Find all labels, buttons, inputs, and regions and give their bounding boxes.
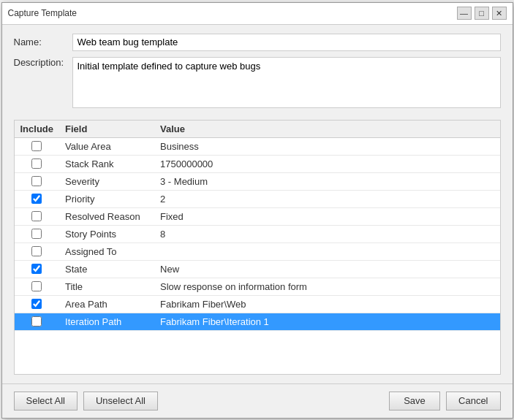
value-cell: 2 xyxy=(154,190,499,207)
value-cell: 1750000000 xyxy=(154,155,499,172)
include-checkbox[interactable] xyxy=(31,194,42,204)
table-header-row: Include Field Value xyxy=(15,121,500,138)
minimize-button[interactable]: — xyxy=(457,7,472,20)
include-cell xyxy=(15,313,60,330)
table-body: Value AreaBusinessStack Rank1750000000Se… xyxy=(15,137,500,330)
include-cell xyxy=(15,260,60,278)
title-bar-buttons: — □ ✕ xyxy=(457,7,507,20)
window-title: Capture Template xyxy=(8,8,78,18)
include-cell xyxy=(15,190,60,207)
include-cell xyxy=(15,225,60,243)
include-checkbox[interactable] xyxy=(31,159,42,169)
field-cell: Assigned To xyxy=(59,243,154,260)
table-row[interactable]: Story Points8 xyxy=(15,225,500,243)
value-cell: Fabrikam Fiber\Iteration 1 xyxy=(154,313,499,330)
table-row[interactable]: Priority2 xyxy=(15,190,500,207)
table-row[interactable]: Resolved ReasonFixed xyxy=(15,207,500,225)
fields-table: Include Field Value Value AreaBusinessSt… xyxy=(15,121,500,331)
value-cell: Business xyxy=(154,137,499,155)
dialog-footer: Select All Unselect All Save Cancel xyxy=(2,383,513,418)
field-cell: State xyxy=(59,260,154,278)
table-row[interactable]: Assigned To xyxy=(15,243,500,260)
include-cell xyxy=(15,207,60,225)
value-cell: 3 - Medium xyxy=(154,172,499,190)
name-row: Name: xyxy=(14,34,501,51)
include-checkbox[interactable] xyxy=(31,141,42,151)
include-checkbox[interactable] xyxy=(31,176,42,186)
description-textarea[interactable]: Initial template defined to capture web … xyxy=(72,57,501,108)
capture-template-window: Capture Template — □ ✕ Name: Description… xyxy=(1,2,513,419)
fields-table-container: Include Field Value Value AreaBusinessSt… xyxy=(14,120,501,375)
select-all-button[interactable]: Select All xyxy=(14,392,78,411)
table-row[interactable]: Area PathFabrikam Fiber\Web xyxy=(15,295,500,313)
include-checkbox[interactable] xyxy=(31,229,42,239)
value-cell: Fixed xyxy=(154,207,499,225)
include-cell xyxy=(15,137,60,155)
include-cell xyxy=(15,243,60,260)
name-label: Name: xyxy=(14,37,72,47)
value-cell: 8 xyxy=(154,225,499,243)
value-column-header: Value xyxy=(154,121,499,138)
table-row[interactable]: Value AreaBusiness xyxy=(15,137,500,155)
unselect-all-button[interactable]: Unselect All xyxy=(83,392,158,411)
footer-right-buttons: Save Cancel xyxy=(389,392,500,411)
include-cell xyxy=(15,278,60,295)
value-cell xyxy=(154,243,499,260)
table-row[interactable]: Iteration PathFabrikam Fiber\Iteration 1 xyxy=(15,313,500,330)
field-cell: Title xyxy=(59,278,154,295)
field-cell: Stack Rank xyxy=(59,155,154,172)
table-row[interactable]: Stack Rank1750000000 xyxy=(15,155,500,172)
table-row[interactable]: StateNew xyxy=(15,260,500,278)
include-cell xyxy=(15,172,60,190)
include-cell xyxy=(15,155,60,172)
table-row[interactable]: Severity3 - Medium xyxy=(15,172,500,190)
description-label: Description: xyxy=(14,57,72,68)
name-input[interactable] xyxy=(72,34,501,51)
save-button[interactable]: Save xyxy=(389,392,440,411)
value-cell: New xyxy=(154,260,499,278)
footer-left-buttons: Select All Unselect All xyxy=(14,392,158,411)
table-row[interactable]: TitleSlow response on information form xyxy=(15,278,500,295)
field-cell: Value Area xyxy=(59,137,154,155)
field-cell: Area Path xyxy=(59,295,154,313)
cancel-button[interactable]: Cancel xyxy=(446,392,500,411)
restore-button[interactable]: □ xyxy=(475,7,489,20)
include-checkbox[interactable] xyxy=(31,316,42,327)
include-checkbox[interactable] xyxy=(31,264,42,274)
include-checkbox[interactable] xyxy=(31,299,42,309)
title-bar: Capture Template — □ ✕ xyxy=(2,3,513,25)
field-cell: Priority xyxy=(59,190,154,207)
field-column-header: Field xyxy=(59,121,154,138)
field-cell: Iteration Path xyxy=(59,313,154,330)
field-cell: Severity xyxy=(59,172,154,190)
include-checkbox[interactable] xyxy=(31,246,42,256)
include-cell xyxy=(15,295,60,313)
dialog-content: Name: Description: Initial template defi… xyxy=(2,25,513,383)
include-checkbox[interactable] xyxy=(31,281,42,291)
field-cell: Story Points xyxy=(59,225,154,243)
field-cell: Resolved Reason xyxy=(59,207,154,225)
value-cell: Fabrikam Fiber\Web xyxy=(154,295,499,313)
include-column-header: Include xyxy=(15,121,60,138)
include-checkbox[interactable] xyxy=(31,211,42,221)
close-button[interactable]: ✕ xyxy=(492,7,507,20)
value-cell: Slow response on information form xyxy=(154,278,499,295)
description-row: Description: Initial template defined to… xyxy=(14,57,501,108)
